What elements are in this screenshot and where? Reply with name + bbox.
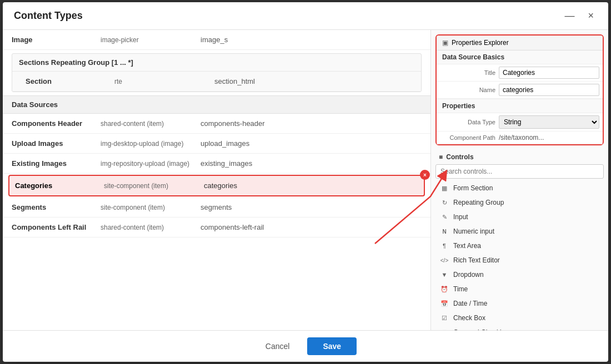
data-type-row: Data Type String Integer Boolean Array O… [437, 113, 603, 132]
control-check-box[interactable]: ☑ Check Box [433, 311, 606, 325]
modal-header: Content Types — × [3, 2, 608, 30]
modal-footer: Cancel Save [3, 330, 608, 362]
image-field-name: Image [12, 36, 101, 44]
row-name: Components Left Rail [12, 223, 101, 231]
form-section-icon: ▦ [440, 184, 449, 193]
data-sources-header: Data Sources [3, 95, 430, 114]
row-type: site-component (item) [101, 204, 201, 211]
table-row: Segments site-component (item) segments [3, 198, 430, 218]
control-label: Numeric input [453, 228, 494, 235]
nested-group-header: Sections Repeating Group [1 ... *] [12, 54, 421, 72]
rich-text-editor-icon: </> [440, 256, 449, 265]
right-panel: ▣ Properties Explorer Data Source Basics… [430, 30, 608, 330]
categories-selected-row[interactable]: Categories site-component (item) categor… [8, 175, 425, 196]
control-label: Repeating Group [453, 199, 504, 206]
row-name: Segments [12, 203, 101, 211]
modal-title: Content Types [14, 10, 83, 22]
left-panel: Image image-picker image_s Sections Repe… [3, 30, 430, 330]
dropdown-icon: ▼ [440, 270, 449, 279]
controls-title: Controls [446, 153, 473, 161]
repeating-group-icon: ↻ [440, 198, 449, 207]
control-label: Check Box [453, 314, 485, 322]
controls-header: ■ Controls [431, 150, 608, 164]
control-numeric-input[interactable]: N Numeric input [433, 224, 606, 239]
row-key: upload_images [201, 139, 249, 148]
name-label: Name [440, 87, 495, 93]
controls-search-input[interactable] [435, 164, 604, 179]
selected-close-button[interactable]: × [420, 170, 430, 180]
modal-overlay: Content Types — × Image image-picker ima… [0, 0, 611, 364]
explorer-title: Properties Explorer [452, 39, 509, 47]
cancel-button[interactable]: Cancel [254, 337, 301, 355]
control-label: Input [453, 213, 468, 221]
categories-type: site-component (item) [104, 182, 204, 190]
date-time-icon: 📅 [440, 299, 449, 308]
row-key: segments [201, 203, 232, 211]
control-rich-text-editor[interactable]: </> Rich Text Editor [433, 253, 606, 267]
controls-section: ■ Controls ▦ Form Section ↻ Repeating [431, 150, 608, 330]
row-type: img-repository-upload (image) [101, 160, 201, 168]
minimize-button[interactable]: — [561, 9, 578, 23]
control-form-section[interactable]: ▦ Form Section [433, 181, 606, 195]
control-label: Dropdown [453, 271, 484, 279]
row-type: shared-content (item) [101, 120, 201, 128]
table-row: Upload Images img-desktop-upload (image)… [3, 134, 430, 154]
image-row: Image image-picker image_s [3, 30, 430, 50]
control-time[interactable]: ⏰ Time [433, 282, 606, 296]
properties-explorer-header: ▣ Properties Explorer [437, 36, 603, 50]
data-source-basics-title: Data Source Basics [437, 50, 603, 64]
title-input[interactable] [499, 67, 599, 79]
section-key: section_html [214, 77, 255, 85]
row-key: components-header [201, 119, 265, 128]
input-icon: ✎ [440, 213, 449, 221]
image-field-key: image_s [201, 36, 228, 44]
control-input[interactable]: ✎ Input [433, 210, 606, 224]
control-label: Date / Time [453, 300, 487, 307]
controls-search-container [435, 164, 604, 179]
close-button[interactable]: × [584, 9, 597, 23]
table-row: Components Left Rail shared-content (ite… [3, 218, 430, 237]
header-controls: — × [561, 9, 597, 23]
categories-name: Categories [15, 181, 104, 190]
control-dropdown[interactable]: ▼ Dropdown [433, 267, 606, 282]
controls-icon: ■ [439, 153, 443, 161]
row-name: Components Header [12, 119, 101, 128]
row-name: Existing Images [12, 159, 101, 168]
control-repeating-group[interactable]: ↻ Repeating Group [433, 195, 606, 210]
control-label: Rich Text Editor [453, 256, 500, 264]
section-name: Section [26, 77, 114, 85]
row-type: shared-content (item) [101, 224, 201, 231]
component-path-value: /site/taxonom... [499, 134, 544, 141]
nested-group-row: Section rte section_html [12, 72, 421, 92]
image-field-type: image-picker [101, 36, 201, 44]
control-label: Text Area [453, 242, 481, 250]
name-input[interactable] [499, 84, 599, 96]
title-row: Title [437, 64, 603, 82]
control-date-time[interactable]: 📅 Date / Time [433, 296, 606, 311]
title-label: Title [440, 69, 495, 76]
modal-body: Image image-picker image_s Sections Repe… [3, 30, 608, 330]
time-icon: ⏰ [440, 285, 449, 294]
component-path-row: Component Path /site/taxonom... [437, 132, 603, 144]
row-key: components-left-rail [201, 223, 264, 231]
section-type: rte [114, 78, 214, 85]
numeric-input-icon: N [440, 227, 449, 236]
data-type-select[interactable]: String Integer Boolean Array Object [499, 115, 599, 129]
text-area-icon: ¶ [440, 241, 449, 250]
control-grouped-checkboxes[interactable]: ☑ Grouped Checkboxes [433, 325, 606, 330]
row-key: existing_images [201, 159, 252, 168]
explorer-icon: ▣ [442, 39, 448, 47]
control-text-area[interactable]: ¶ Text Area [433, 239, 606, 253]
save-button[interactable]: Save [307, 337, 357, 355]
selected-row-container: Categories site-component (item) categor… [8, 175, 425, 196]
control-label: Time [453, 285, 468, 293]
component-path-label: Component Path [440, 134, 495, 141]
content-types-modal: Content Types — × Image image-picker ima… [3, 2, 608, 362]
categories-key: categories [204, 181, 237, 190]
name-row: Name [437, 82, 603, 99]
table-row: Existing Images img-repository-upload (i… [3, 154, 430, 174]
control-label: Form Section [453, 184, 493, 192]
row-type: img-desktop-upload (image) [101, 140, 201, 148]
properties-section-title: Properties [437, 99, 603, 113]
nested-group: Sections Repeating Group [1 ... *] Secti… [12, 53, 422, 92]
